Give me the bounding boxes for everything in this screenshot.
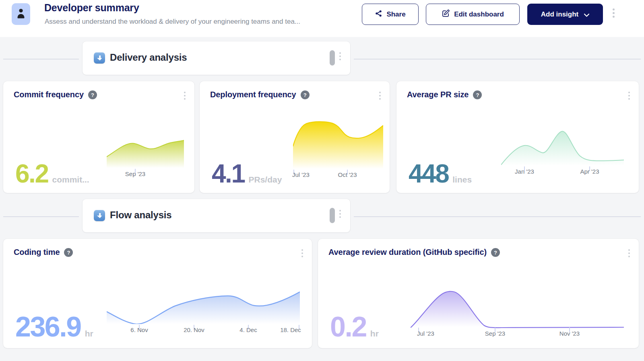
card-overflow-menu-icon[interactable] bbox=[628, 249, 630, 257]
axis-label: Nov '23 bbox=[559, 330, 580, 337]
metric-card-deployment-frequency: Deployment frequency ? 4.1 PRs/day Jul '… bbox=[200, 81, 390, 193]
section-divider-left bbox=[3, 59, 79, 59]
metric-unit: hr bbox=[370, 329, 379, 338]
section-drag-handle[interactable] bbox=[330, 50, 335, 66]
share-icon bbox=[375, 10, 382, 19]
card-overflow-menu-icon[interactable] bbox=[379, 92, 381, 100]
metric-value: 236.9 bbox=[15, 313, 81, 341]
card-overflow-menu-icon[interactable] bbox=[301, 249, 303, 257]
add-insight-button[interactable]: Add insight bbox=[527, 4, 603, 25]
page-title: Developer summary bbox=[44, 2, 139, 14]
section-header-delivery-analysis: Delivery analysis bbox=[83, 41, 350, 75]
metric-value-row: 0.2 hr bbox=[330, 313, 379, 341]
section-divider-left bbox=[3, 216, 79, 217]
sparkline-chart: 6. Nov 20. Nov 4. Dec 18. Dec bbox=[107, 291, 300, 324]
axis-label: 6. Nov bbox=[130, 326, 148, 333]
metric-unit: lines bbox=[452, 175, 472, 185]
metric-value: 6.2 bbox=[15, 161, 48, 187]
metric-card-coding-time: Coding time ? 236.9 hr 6. Nov 20. Nov 4.… bbox=[3, 239, 312, 348]
card-title: Commit frequency bbox=[14, 90, 84, 99]
section-header-flow-analysis: Flow analysis bbox=[83, 199, 350, 232]
section-title: Delivery analysis bbox=[110, 52, 187, 63]
metric-value-row: 6.2 commit... bbox=[15, 161, 89, 187]
axis-label: Jan '23 bbox=[515, 168, 534, 175]
metric-value: 4.1 bbox=[212, 161, 244, 187]
section-overflow-menu-icon[interactable] bbox=[339, 52, 341, 60]
card-title: Deployment frequency bbox=[210, 90, 296, 99]
section-overflow-menu-icon[interactable] bbox=[339, 210, 341, 218]
axis-label: Oct '23 bbox=[338, 171, 357, 178]
metric-value-row: 236.9 hr bbox=[15, 313, 93, 341]
metric-unit: commit... bbox=[52, 175, 89, 185]
card-overflow-menu-icon[interactable] bbox=[628, 92, 630, 100]
axis-label: Apr '23 bbox=[580, 168, 599, 175]
metric-card-average-pr-size: Average PR size ? 448 lines Jan '23 Apr … bbox=[396, 81, 639, 193]
metric-value: 0.2 bbox=[330, 313, 366, 341]
add-insight-button-label: Add insight bbox=[541, 10, 578, 18]
section-drag-handle[interactable] bbox=[330, 208, 335, 223]
header-overflow-menu-icon[interactable] bbox=[613, 8, 615, 18]
sparkline-chart: Jul '23 Sep '23 Nov '23 bbox=[411, 289, 624, 329]
axis-label: Sep '23 bbox=[485, 330, 505, 337]
metric-value-row: 4.1 PRs/day bbox=[212, 161, 282, 187]
metric-card-commit-frequency: Commit frequency ? 6.2 commit... Sep '23 bbox=[3, 81, 194, 193]
down-arrow-emoji-icon bbox=[94, 210, 105, 221]
metric-value: 448 bbox=[409, 161, 448, 187]
edit-icon bbox=[442, 9, 450, 20]
help-icon[interactable]: ? bbox=[301, 90, 310, 99]
help-icon[interactable]: ? bbox=[473, 90, 482, 99]
axis-label: 18. Dec bbox=[280, 326, 301, 333]
sparkline-chart: Jul '23 Oct '23 bbox=[293, 121, 383, 169]
axis-label: Jul '23 bbox=[292, 171, 310, 178]
edit-dashboard-button-label: Edit dashboard bbox=[454, 10, 504, 18]
metric-unit: PRs/day bbox=[248, 175, 282, 185]
app-header: Developer summary Assess and understand … bbox=[0, 0, 644, 37]
sparkline-chart: Jan '23 Apr '23 bbox=[501, 129, 624, 166]
axis-label: 4. Dec bbox=[239, 326, 257, 333]
help-icon[interactable]: ? bbox=[491, 248, 500, 257]
share-button-label: Share bbox=[386, 10, 405, 18]
help-icon[interactable]: ? bbox=[64, 248, 73, 257]
metric-unit: hr bbox=[85, 329, 93, 338]
card-title: Average review duration (GitHub specific… bbox=[328, 248, 487, 257]
person-icon bbox=[17, 8, 25, 20]
share-button[interactable]: Share bbox=[362, 4, 419, 25]
sparkline-chart: Sep '23 bbox=[107, 138, 184, 168]
caret-down-icon bbox=[584, 11, 589, 19]
card-title: Average PR size bbox=[407, 90, 469, 99]
axis-label: Jul '23 bbox=[417, 330, 434, 337]
section-title: Flow analysis bbox=[110, 209, 171, 221]
help-icon[interactable]: ? bbox=[88, 90, 97, 99]
metric-value-row: 448 lines bbox=[409, 161, 472, 187]
down-arrow-emoji-icon bbox=[94, 52, 105, 64]
metric-card-average-review-duration: Average review duration (GitHub specific… bbox=[318, 239, 639, 348]
card-overflow-menu-icon[interactable] bbox=[184, 92, 186, 100]
section-divider-right bbox=[354, 216, 641, 217]
axis-label: 20. Nov bbox=[184, 326, 204, 333]
edit-dashboard-button[interactable]: Edit dashboard bbox=[426, 4, 520, 25]
section-divider-right bbox=[354, 59, 641, 59]
axis-label: Sep '23 bbox=[125, 170, 145, 177]
dashboard-avatar bbox=[12, 3, 30, 25]
page-subtitle: Assess and understand the workload & del… bbox=[45, 18, 363, 26]
card-title: Coding time bbox=[14, 248, 60, 257]
